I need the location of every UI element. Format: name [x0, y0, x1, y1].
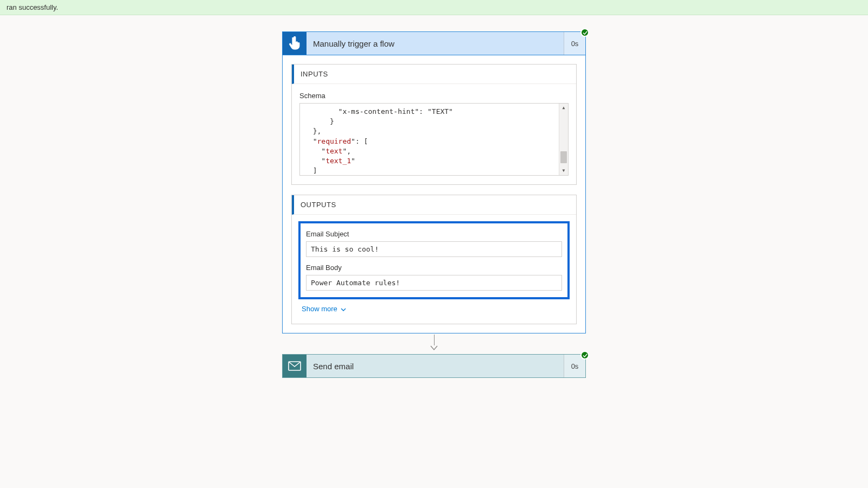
arrow-down-icon	[430, 345, 438, 351]
success-check-icon	[580, 28, 589, 37]
chevron-down-icon	[341, 305, 346, 313]
trigger-card: Manually trigger a flow 0s INPUTS Schema…	[282, 31, 586, 333]
schema-textarea[interactable]: "x-ms-content-hint": "TEXT" } }, "requir…	[299, 103, 569, 176]
inputs-header: INPUTS	[292, 65, 576, 84]
connector-arrow	[430, 335, 438, 351]
output-label-body: Email Body	[306, 264, 562, 272]
schema-label: Schema	[299, 92, 569, 100]
show-more-label: Show more	[302, 305, 337, 313]
trigger-title: Manually trigger a flow	[307, 32, 564, 55]
schema-scrollbar[interactable]: ▲ ▼	[559, 104, 568, 175]
manual-trigger-icon	[283, 32, 307, 55]
action-title: Send email	[307, 355, 564, 377]
flow-canvas: Manually trigger a flow 0s INPUTS Schema…	[0, 15, 868, 378]
outputs-highlight: Email Subject This is so cool! Email Bod…	[298, 221, 570, 299]
scroll-thumb[interactable]	[560, 151, 567, 163]
envelope-icon	[283, 355, 307, 377]
output-value-subject[interactable]: This is so cool!	[306, 241, 562, 257]
trigger-body: INPUTS Schema "x-ms-content-hint": "TEXT…	[282, 55, 586, 333]
success-banner: ran successfully.	[0, 0, 868, 15]
outputs-section: OUTPUTS Email Subject This is so cool! E…	[291, 195, 577, 324]
output-value-body[interactable]: Power Automate rules!	[306, 275, 562, 291]
action-card-send-email[interactable]: Send email 0s	[282, 354, 586, 378]
success-check-icon	[580, 351, 589, 359]
scroll-down-icon[interactable]: ▼	[559, 166, 568, 175]
scroll-up-icon[interactable]: ▲	[559, 104, 568, 112]
trigger-header[interactable]: Manually trigger a flow 0s	[282, 31, 586, 55]
output-label-subject: Email Subject	[306, 230, 562, 238]
success-banner-text: ran successfully.	[7, 3, 58, 11]
outputs-header: OUTPUTS	[292, 195, 576, 215]
inputs-section: INPUTS Schema "x-ms-content-hint": "TEXT…	[291, 64, 577, 185]
show-more-button[interactable]: Show more	[299, 299, 348, 315]
